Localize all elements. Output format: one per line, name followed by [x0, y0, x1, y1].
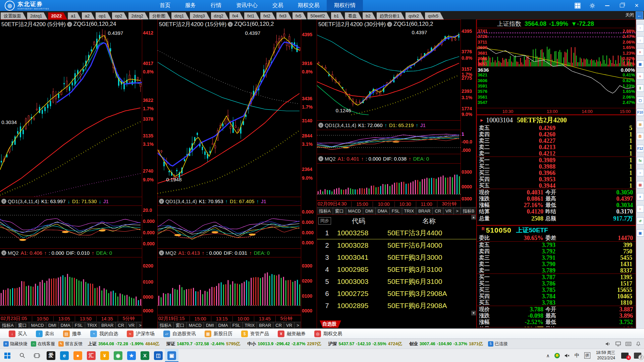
tab-2dzq2[interactable]: 2dzq2 — [128, 12, 149, 19]
kline-icon[interactable]: ‖ — [637, 84, 644, 92]
indicator-tab-CR[interactable]: CR — [433, 207, 443, 215]
tab-dzq1[interactable]: dzq1 — [171, 12, 189, 19]
tree-icon[interactable]: ⊞ — [637, 121, 644, 128]
toolbar-资管产品[interactable]: $资管产品 — [241, 330, 269, 337]
watchlist-row[interactable]: 61000272550ETF购3月2908A — [317, 288, 476, 300]
scroll-up-icon[interactable]: ▲ — [471, 215, 476, 220]
chevron-down-icon[interactable]: ∨ — [228, 22, 233, 27]
keyboard-icon[interactable] — [626, 342, 631, 346]
tab-qsfx5[interactable]: qsfx5 — [425, 12, 444, 19]
lock-icon[interactable]: ▣ — [637, 229, 644, 237]
start-button[interactable] — [0, 349, 15, 362]
tray-ime-pinyin[interactable]: 拼 — [584, 352, 590, 359]
indicator-tab-BRAR[interactable]: BRAR — [99, 322, 116, 328]
tab-2dzq1[interactable]: 2dzq1 — [27, 12, 47, 19]
watchlist-tab-zixuan[interactable]: 自选股 — [320, 320, 341, 328]
tray-360-icon[interactable] — [554, 353, 560, 358]
indicator-tab-DMI[interactable]: DMI — [204, 322, 216, 328]
indicator-tab-窗口[interactable]: 窗口 — [16, 322, 29, 328]
zixuan-icon[interactable]: 自 — [637, 133, 644, 140]
candle-pane-0[interactable]: 0.43970.3034 — [0, 28, 142, 197]
indicator-tab-DMA[interactable]: DMA — [216, 322, 230, 328]
toolbar-融资融券[interactable]: ¥融资融券 — [278, 330, 306, 337]
indicator-tab-指标A[interactable]: 指标A — [0, 322, 16, 328]
tab-设置版面[interactable]: 设置版面 — [1, 12, 26, 19]
pages-icon[interactable]: ▢ — [637, 97, 644, 104]
candle-pane-1[interactable]: 0.43970.1948 — [158, 28, 301, 197]
statusbar-在线客服[interactable]: ∩在线客服 — [31, 341, 55, 347]
menu-item-2[interactable]: 行情 — [203, 0, 229, 11]
f12-icon[interactable]: F12 — [637, 145, 644, 152]
tab-看盘[interactable]: 看盘 — [345, 12, 362, 19]
taskbar-app-3[interactable]: 汇 — [85, 349, 98, 362]
mq2-pane-1[interactable] — [158, 257, 301, 315]
toolbar-撤单[interactable]: ▤撤单 — [63, 330, 82, 337]
indicator-tab-BRAR[interactable]: BRAR — [257, 322, 273, 328]
chevron-down-icon[interactable]: ∨ — [159, 199, 164, 204]
toolbar-期权交易[interactable]: ◎期权交易 — [314, 330, 342, 337]
indicator-tab-DMI[interactable]: DMI — [46, 322, 59, 328]
chevron-down-icon[interactable]: ∨ — [1, 250, 6, 255]
circle-icon[interactable]: ○ — [637, 169, 644, 176]
speaker-icon[interactable] — [605, 342, 611, 346]
qd1-pane-2[interactable] — [317, 130, 461, 154]
indicator-tab-VR[interactable]: VR — [284, 322, 294, 328]
indicator-tab-DMI[interactable]: DMI — [363, 207, 376, 215]
indicator-tab-MACD[interactable]: MACD — [29, 322, 46, 328]
close-button[interactable]: × — [629, 0, 644, 11]
indicator-tab-指标A[interactable]: 指标A — [317, 207, 333, 215]
indicator-tab-DMA[interactable]: DMA — [376, 207, 390, 215]
chevron-down-icon[interactable]: ∨ — [159, 250, 164, 255]
indicator-tab-FSL[interactable]: FSL — [390, 207, 402, 215]
back-arrow-icon[interactable]: ← — [636, 11, 643, 19]
quote-grid-icon[interactable]: ▦ — [637, 60, 644, 68]
indicator-tab-DMA[interactable]: DMA — [59, 322, 73, 328]
menu-item-1[interactable]: 服务 — [178, 0, 203, 11]
chevron-down-icon[interactable]: ∨ — [1, 199, 6, 204]
indicator-tab-CR[interactable]: CR — [116, 322, 126, 328]
tab-dzq2[interactable]: dzq2 — [211, 12, 229, 19]
tab-fxt1[interactable]: fxt1 — [244, 12, 260, 19]
scroll-down-icon[interactable]: ▼ — [471, 311, 476, 315]
minimize-button[interactable] — [600, 0, 614, 11]
watchlist-row[interactable]: 51000300350ETF购6月3100 — [317, 276, 476, 288]
notification-center-icon[interactable]: 2 — [634, 353, 641, 359]
chevron-down-icon[interactable]: ∨ — [387, 22, 392, 27]
restore-button[interactable] — [614, 0, 629, 11]
tab-a2[interactable]: a2 — [82, 12, 95, 19]
tab-a1[interactable]: a1 — [68, 12, 81, 19]
qd1-pane-0[interactable] — [0, 206, 142, 249]
minus-icon[interactable]: − — [637, 205, 644, 213]
toolbar-卖出[interactable]: ↑卖出 — [36, 330, 54, 337]
indicator-tab-CR[interactable]: CR — [273, 322, 284, 328]
indicator-tab-TRIX[interactable]: TRIX — [85, 322, 100, 328]
watchlist-scrollbar[interactable]: ▲▼ — [471, 215, 476, 315]
monitor-icon[interactable] — [615, 342, 621, 346]
index-intraday-chart[interactable]: 3741372637113696368136663651363636213606… — [477, 28, 636, 108]
indicator-tab-FSL[interactable]: FSL — [230, 322, 243, 328]
refresh-icon[interactable]: ↺ — [637, 217, 644, 225]
toolbar-新股日历[interactable]: ▦新股日历 — [205, 330, 232, 337]
tab-50eetf2[interactable]: 50eetf2 — [307, 12, 330, 19]
tabs-close-button[interactable]: 关闭 — [625, 12, 634, 18]
watchlist-row[interactable]: 21000302850ETF沽6月4000 — [317, 239, 476, 251]
menu-item-3[interactable]: 资讯中心 — [229, 0, 265, 11]
tray-message-icon[interactable]: 4 — [621, 353, 629, 359]
menu-item-5[interactable]: 期权交易 — [290, 0, 327, 11]
indicator-tab-BRAR[interactable]: BRAR — [416, 207, 433, 215]
taskbar-app-7[interactable]: X — [138, 349, 152, 362]
sync-button[interactable]: 同步 — [318, 217, 331, 225]
tab-分析图[interactable]: 分析图 — [149, 12, 171, 19]
tray-volume-muted-icon[interactable] — [565, 353, 570, 358]
indicator-tab-窗口[interactable]: 窗口 — [174, 322, 187, 328]
statusbar-留言反馈[interactable]: ✎留言反馈 — [58, 341, 83, 347]
scroll-down-icon[interactable]: ↓ — [637, 36, 644, 44]
toolbar-我的自选[interactable]: ◔我的自选 — [90, 330, 118, 337]
tray-ime-lang[interactable]: 中 — [575, 352, 580, 359]
candle-pane-2[interactable]: 0.43970.1246 — [317, 28, 461, 121]
chevron-down-icon[interactable]: ∨ — [318, 156, 323, 161]
taskbar-app-9[interactable]: ▣ — [165, 349, 178, 362]
mq2-pane-2[interactable] — [317, 164, 461, 200]
panel-icon[interactable]: ▤ — [637, 181, 644, 188]
watchlist-row[interactable]: 71000289550ETF购6月2908A — [317, 300, 476, 312]
